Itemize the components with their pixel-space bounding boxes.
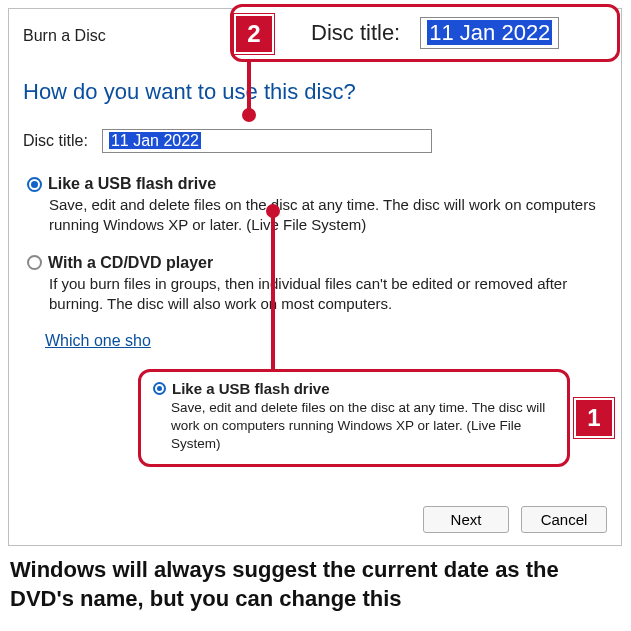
callout-usb-option: Like a USB flash drive Save, edit and de… <box>138 369 570 467</box>
marker-2: 2 <box>234 14 274 54</box>
dialog-buttons: Next Cancel <box>423 506 607 533</box>
disc-title-input[interactable]: 11 Jan 2022 <box>102 129 432 153</box>
help-link[interactable]: Which one sho <box>27 326 151 350</box>
leader-line-top <box>247 60 251 114</box>
leader-line-bottom <box>271 214 275 374</box>
option-cd[interactable]: With a CD/DVD player If you burn files i… <box>27 248 603 327</box>
option-usb-label: Like a USB flash drive <box>48 175 216 193</box>
options-group: Like a USB flash drive Save, edit and de… <box>9 153 621 350</box>
callout-radio-icon <box>153 382 166 395</box>
radio-cd[interactable] <box>27 255 42 270</box>
callout-top-label: Disc title: <box>311 20 400 46</box>
callout-disc-title: Disc title: 11 Jan 2022 <box>230 4 620 62</box>
leader-dot-bottom <box>266 204 280 218</box>
option-cd-label: With a CD/DVD player <box>48 254 213 272</box>
figure-caption: Windows will always suggest the current … <box>10 556 620 613</box>
disc-title-label: Disc title: <box>23 132 88 150</box>
option-cd-desc: If you burn files in groups, then indivi… <box>27 272 603 315</box>
option-usb[interactable]: Like a USB flash drive Save, edit and de… <box>27 169 603 248</box>
leader-dot-top <box>242 108 256 122</box>
disc-title-row: Disc title: 11 Jan 2022 <box>9 111 621 153</box>
callout-top-value: 11 Jan 2022 <box>427 20 552 45</box>
cancel-button[interactable]: Cancel <box>521 506 607 533</box>
option-usb-desc: Save, edit and delete files on the disc … <box>27 193 603 236</box>
radio-usb[interactable] <box>27 177 42 192</box>
disc-title-value: 11 Jan 2022 <box>109 132 201 149</box>
marker-1: 1 <box>574 398 614 438</box>
next-button[interactable]: Next <box>423 506 509 533</box>
callout-bottom-label: Like a USB flash drive <box>172 380 330 397</box>
callout-bottom-desc: Save, edit and delete files on the disc … <box>153 397 555 454</box>
callout-top-input: 11 Jan 2022 <box>420 17 559 49</box>
